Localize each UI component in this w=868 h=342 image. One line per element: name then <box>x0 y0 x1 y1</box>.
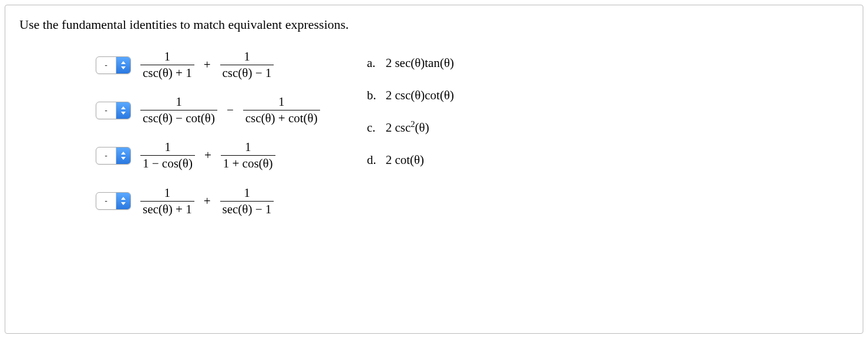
answer-pre: 2 csc <box>386 120 411 135</box>
numerator: 1 <box>243 140 254 155</box>
numerator: 1 <box>241 50 253 65</box>
answer-letter: c. <box>367 120 379 135</box>
answer-selector[interactable]: - <box>96 147 131 165</box>
chevron-down-icon <box>121 112 126 115</box>
answer-text: 2 sec(θ)tan(θ) <box>386 56 454 71</box>
answer-text: 2 csc2(θ) <box>386 120 429 135</box>
chevron-up-icon <box>121 152 126 155</box>
expression: 1 csc(θ) − cot(θ) − 1 csc(θ) + cot(θ) <box>140 95 320 125</box>
answer-option: c. 2 csc2(θ) <box>367 120 454 135</box>
match-row: - 1 csc(θ) − cot(θ) − 1 csc(θ) + cot(θ) <box>96 95 320 125</box>
chevron-down-icon <box>121 157 126 160</box>
numerator: 1 <box>276 95 287 110</box>
denominator: csc(θ) + cot(θ) <box>243 110 320 125</box>
selector-value: - <box>96 102 116 119</box>
selector-value: - <box>96 57 116 73</box>
match-row: - 1 csc(θ) + 1 + 1 csc(θ) − 1 <box>96 50 320 80</box>
selector-value: - <box>96 193 116 209</box>
fraction: 1 sec(θ) − 1 <box>220 186 274 216</box>
fraction: 1 sec(θ) + 1 <box>140 186 194 216</box>
answer-selector[interactable]: - <box>96 56 131 74</box>
numerator: 1 <box>162 186 173 201</box>
fraction: 1 csc(θ) + 1 <box>140 50 194 80</box>
fraction: 1 1 − cos(θ) <box>140 140 195 170</box>
denominator: csc(θ) − cot(θ) <box>140 110 217 125</box>
answer-text: 2 csc(θ)cot(θ) <box>386 88 454 103</box>
denominator: 1 − cos(θ) <box>140 155 195 170</box>
fraction: 1 csc(θ) − cot(θ) <box>140 95 217 125</box>
selector-stepper[interactable] <box>116 193 130 209</box>
denominator: 1 + cos(θ) <box>221 155 275 170</box>
operator: + <box>201 148 215 163</box>
expression: 1 csc(θ) + 1 + 1 csc(θ) − 1 <box>140 50 274 80</box>
expression: 1 1 − cos(θ) + 1 1 + cos(θ) <box>140 140 275 170</box>
numerator: 1 <box>241 186 253 201</box>
question-container: Use the fundamental identities to match … <box>5 5 863 334</box>
content-row: - 1 csc(θ) + 1 + 1 csc(θ) − 1 <box>19 50 849 232</box>
chevron-up-icon <box>121 61 126 64</box>
fraction: 1 csc(θ) − 1 <box>220 50 274 80</box>
operator: − <box>223 103 237 118</box>
answer-option: d. 2 cot(θ) <box>367 153 454 167</box>
fraction: 1 csc(θ) + cot(θ) <box>243 95 320 125</box>
match-row: - 1 sec(θ) + 1 + 1 sec(θ) − 1 <box>96 186 320 216</box>
answer-option: b. 2 csc(θ)cot(θ) <box>367 88 454 103</box>
operator: + <box>200 58 214 72</box>
match-row: - 1 1 − cos(θ) + 1 1 + cos(θ) <box>96 140 320 170</box>
denominator: sec(θ) − 1 <box>220 201 274 216</box>
denominator: csc(θ) + 1 <box>140 65 194 80</box>
fraction: 1 1 + cos(θ) <box>221 140 275 170</box>
answer-selector[interactable]: - <box>96 192 131 210</box>
answer-letter: d. <box>367 153 379 167</box>
chevron-down-icon <box>121 66 126 69</box>
denominator: sec(θ) + 1 <box>140 201 194 216</box>
answer-sup: 2 <box>411 119 415 129</box>
selector-stepper[interactable] <box>116 102 130 119</box>
selector-stepper[interactable] <box>116 147 130 164</box>
selector-value: - <box>96 147 116 164</box>
chevron-down-icon <box>121 202 126 205</box>
denominator: csc(θ) − 1 <box>220 65 274 80</box>
answer-selector[interactable]: - <box>96 102 131 119</box>
matching-column: - 1 csc(θ) + 1 + 1 csc(θ) − 1 <box>19 50 320 232</box>
expression: 1 sec(θ) + 1 + 1 sec(θ) − 1 <box>140 186 274 216</box>
answer-post: (θ) <box>415 120 429 135</box>
chevron-up-icon <box>121 197 126 200</box>
answer-option: a. 2 sec(θ)tan(θ) <box>367 56 454 71</box>
numerator: 1 <box>162 140 173 155</box>
numerator: 1 <box>162 50 173 65</box>
selector-stepper[interactable] <box>116 57 130 73</box>
answer-letter: a. <box>367 56 379 71</box>
answers-column: a. 2 sec(θ)tan(θ) b. 2 csc(θ)cot(θ) c. 2… <box>355 50 454 232</box>
answer-text: 2 cot(θ) <box>386 153 424 167</box>
question-prompt: Use the fundamental identities to match … <box>19 17 849 32</box>
operator: + <box>200 194 214 209</box>
answer-letter: b. <box>367 88 379 103</box>
chevron-up-icon <box>121 106 126 109</box>
numerator: 1 <box>173 95 184 110</box>
